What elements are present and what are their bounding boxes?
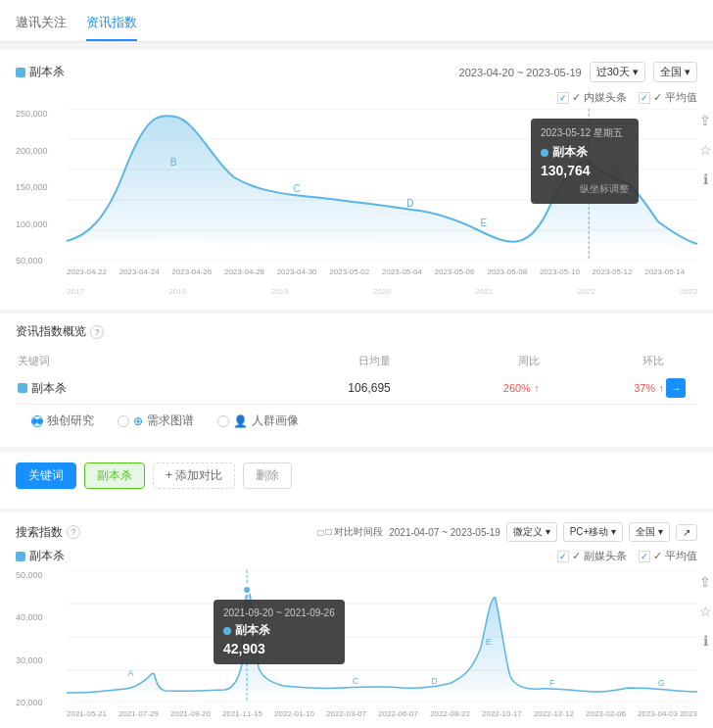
checkbox-avg-1[interactable]: ✓ ✓ 平均值	[639, 90, 697, 105]
legend-2: 副本杀	[16, 548, 65, 564]
info-icon-btn-2[interactable]: ℹ	[693, 629, 713, 653]
checkboxes-1: ✓ ✓ 内媒头条 ✓ ✓ 平均值	[557, 90, 697, 105]
checkbox-media-1[interactable]: ✓ ✓ 内媒头条	[557, 90, 627, 105]
svg-text:D: D	[431, 676, 438, 686]
info-icon-btn-1[interactable]: ℹ	[693, 168, 713, 191]
page-wrapper: 遨讯关注 资讯指数 副本杀 2023-04-20 ~ 2023-05-19 过3…	[0, 0, 713, 728]
cell-keyword-0: 副本杀	[18, 374, 216, 402]
radio-audience	[217, 415, 229, 427]
action-btn-0[interactable]: →	[666, 378, 686, 398]
search-header: 搜索指数 ? □ □ 对比时间段 2021-04-07 ~ 2023-05-19…	[16, 522, 697, 542]
checkbox-avg-label-2: ✓ 平均值	[653, 549, 697, 563]
legend-1: 副本杀	[16, 64, 65, 80]
checkbox-avg-label-1: ✓ 平均值	[653, 90, 697, 105]
y2-label-1: 50,000	[16, 570, 65, 580]
svg-text:E: E	[486, 637, 492, 647]
overview-title: 资讯指数概览 ?	[16, 323, 697, 340]
year-axis-1: 2017 2018 2019 2020 2021 2022 2023	[67, 285, 697, 298]
custom-btn[interactable]: 微定义 ▾	[506, 522, 557, 542]
cell-action-0: →	[666, 374, 695, 402]
sub-tab-demand[interactable]: ⊕ 需求图谱	[118, 413, 194, 429]
section-header-1: 副本杀 2023-04-20 ~ 2023-05-19 过30天 ▾ 全国 ▾	[16, 62, 697, 82]
sub-tab-audience[interactable]: 👤 人群画像	[217, 413, 299, 429]
search-section: 搜索指数 ? □ □ 对比时间段 2021-04-07 ~ 2023-05-19…	[0, 512, 713, 728]
checkbox-media-label-1: ✓ 内媒头条	[572, 90, 627, 105]
col-weekly: 周比	[393, 350, 540, 372]
keyword-section: 关键词 副本杀 + 添加对比 删除	[0, 453, 713, 509]
chart-container-1: 250,000 200,000 150,000 100,000 50,000	[16, 109, 697, 285]
svg-text:B: B	[170, 157, 177, 168]
y-label-1: 250,000	[16, 109, 65, 119]
checkboxes-2: ✓ ✓ 副媒头条 ✓ ✓ 平均值	[557, 549, 697, 563]
keyword-main-tag[interactable]: 副本杀	[84, 462, 145, 489]
y-label-5: 50,000	[16, 256, 65, 266]
svg-point-12	[585, 159, 593, 167]
y-label-4: 100,000	[16, 219, 65, 229]
svg-text:D: D	[406, 198, 413, 209]
keyword-header: 关键词 副本杀 + 添加对比 删除	[16, 462, 697, 489]
legend-label-1: 副本杀	[29, 64, 65, 80]
legend-label-2: 副本杀	[29, 548, 65, 564]
share-icon-1[interactable]: ⇪	[693, 109, 713, 132]
row-legend-dot-0	[18, 383, 27, 393]
chart-section-1: 副本杀 2023-04-20 ~ 2023-05-19 过30天 ▾ 全国 ▾ …	[0, 50, 713, 310]
overview-row-0: 副本杀 106,695 260% ↑ 37% ↑ →	[18, 374, 695, 402]
svg-point-19	[243, 586, 251, 594]
svg-text:F: F	[549, 678, 555, 688]
svg-text:C: C	[353, 676, 359, 686]
search-info-icon[interactable]: ?	[67, 525, 80, 539]
compare-checkbox[interactable]: □ □ 对比时间段	[317, 525, 383, 539]
keyword-delete-btn[interactable]: 删除	[243, 462, 292, 489]
search-region-btn[interactable]: 全国 ▾	[629, 522, 670, 542]
checkbox-icon-media-2: ✓	[557, 551, 569, 562]
x-axis-1: 2023-04-22 2023-04-24 2023-04-26 2023-04…	[67, 267, 697, 276]
chart-svg-2: A C D E F G	[67, 570, 697, 703]
period-button-1[interactable]: 过30天 ▾	[590, 62, 645, 82]
overview-section: 资讯指数概览 ? 关键词 日均量 周比 环比 副本杀	[0, 314, 713, 447]
region-button-1[interactable]: 全国 ▾	[653, 62, 697, 82]
tab-news-attention[interactable]: 遨讯关注	[16, 8, 67, 41]
y2-label-3: 30,000	[16, 655, 65, 665]
header-controls-1: 2023-04-20 ~ 2023-05-19 过30天 ▾ 全国 ▾	[459, 62, 697, 82]
cell-weekly-0: 260% ↑	[393, 374, 540, 402]
share-icon-2[interactable]: ⇪	[693, 570, 713, 594]
checkbox-icon-avg-1: ✓	[639, 92, 650, 104]
chart-svg-1: B C D E G	[67, 109, 697, 261]
radio-demand	[118, 415, 129, 427]
keyword-add-btn[interactable]: + 添加对比	[153, 462, 235, 489]
top-nav: 遨讯关注 资讯指数	[0, 0, 713, 42]
y2-label-2: 40,000	[16, 612, 65, 622]
star-icon-2[interactable]: ☆	[693, 600, 713, 623]
y-label-3: 150,000	[16, 182, 65, 192]
export-btn[interactable]: ↗	[676, 524, 697, 541]
overview-table-header: 关键词 日均量 周比 环比	[18, 350, 695, 372]
keyword-all-btn[interactable]: 关键词	[16, 462, 76, 489]
sub-tabs: 独创研究 ⊕ 需求图谱 👤 人群画像	[16, 404, 697, 437]
platform-btn[interactable]: PC+移动 ▾	[563, 522, 624, 542]
legend-dot-1	[16, 68, 25, 77]
radio-research	[31, 415, 43, 427]
legend-dot-2	[16, 552, 25, 561]
checkbox-avg-2[interactable]: ✓ ✓ 平均值	[639, 549, 697, 563]
svg-text:C: C	[293, 183, 300, 194]
side-icons-1: ⇪ ☆ ℹ	[693, 109, 713, 191]
y-label-2: 200,000	[16, 146, 65, 156]
y2-label-4: 20,000	[16, 698, 65, 707]
chart-container-2: 50,000 40,000 30,000 20,000	[16, 570, 697, 727]
checkbox-media-2[interactable]: ✓ ✓ 副媒头条	[557, 549, 627, 563]
x-axis-2: 2021-05-21 2021-07-29 2021-09-20 2021-11…	[67, 709, 697, 718]
search-title: 搜索指数 ?	[16, 524, 80, 541]
col-monthly: 环比	[542, 350, 664, 372]
cell-daily-0: 106,695	[218, 374, 391, 402]
date-range-1: 2023-04-20 ~ 2023-05-19	[459, 67, 582, 78]
tab-news-index[interactable]: 资讯指数	[86, 8, 137, 41]
svg-text:G: G	[613, 167, 621, 177]
sub-tab-research[interactable]: 独创研究	[31, 413, 94, 429]
cell-monthly-0: 37% ↑	[542, 374, 664, 402]
overview-info-icon[interactable]: ?	[90, 325, 104, 339]
search-controls: □ □ 对比时间段 2021-04-07 ~ 2023-05-19 微定义 ▾ …	[317, 522, 697, 542]
checkbox-icon-media-1: ✓	[557, 92, 569, 104]
star-icon-1[interactable]: ☆	[693, 138, 713, 162]
svg-text:A: A	[127, 668, 133, 678]
svg-text:G: G	[658, 678, 665, 688]
